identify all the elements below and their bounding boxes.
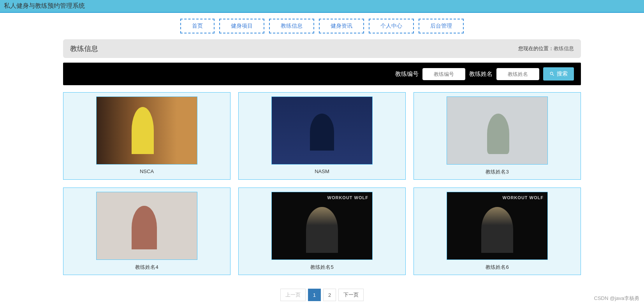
coach-name: 教练姓名5 (243, 264, 401, 271)
coach-image (447, 96, 548, 165)
nav-home[interactable]: 首页 (180, 19, 215, 33)
app-title: 私人健身与教练预约管理系统 (4, 2, 85, 9)
breadcrumb-current: 教练信息 (554, 46, 574, 51)
nav-personal-center[interactable]: 个人中心 (369, 19, 414, 33)
coach-name: 教练姓名6 (418, 264, 577, 271)
coach-card[interactable]: 教练姓名4 (63, 188, 231, 275)
coach-card[interactable]: NSCA (63, 92, 231, 180)
coach-grid: NSCA NASM 教练姓名3 教练姓名4 STRONG 教练姓名5 STRON… (63, 92, 581, 275)
page-title: 教练信息 (70, 44, 98, 53)
coach-id-input[interactable] (422, 68, 465, 80)
coach-card[interactable]: STRONG 教练姓名5 (238, 188, 406, 275)
coach-name-input[interactable] (496, 68, 539, 80)
coach-name: NASM (243, 168, 401, 174)
coach-card[interactable]: 教练姓名3 (413, 92, 581, 180)
coach-image (271, 96, 373, 165)
coach-name: 教练姓名4 (67, 264, 226, 271)
watermark: CSDN @java李杨勇 (594, 295, 640, 302)
page-1-button[interactable]: 1 (308, 289, 321, 301)
coach-card[interactable]: NASM (238, 92, 406, 180)
title-bar: 教练信息 您现在的位置：教练信息 (63, 39, 581, 58)
nav-fitness-projects[interactable]: 健身项目 (219, 19, 264, 33)
search-bar: 教练编号 教练姓名 搜索 (63, 63, 581, 85)
nav-coach-info[interactable]: 教练信息 (269, 19, 314, 33)
page-2-button[interactable]: 2 (323, 289, 336, 301)
search-button-label: 搜索 (557, 70, 568, 77)
nav-admin[interactable]: 后台管理 (419, 19, 464, 33)
app-header: 私人健身与教练预约管理系统 (0, 0, 644, 13)
coach-name: 教练姓名3 (418, 168, 577, 175)
next-page-button[interactable]: 下一页 (338, 289, 364, 301)
coach-name-label: 教练姓名 (469, 70, 493, 78)
breadcrumb: 您现在的位置：教练信息 (518, 45, 574, 52)
search-icon (549, 71, 555, 77)
coach-image (96, 96, 197, 165)
main-nav: 首页 健身项目 教练信息 健身资讯 个人中心 后台管理 (0, 13, 644, 39)
search-button[interactable]: 搜索 (543, 67, 574, 81)
pagination: 上一页 1 2 下一页 (63, 283, 581, 305)
coach-image: STRONG (447, 192, 548, 260)
nav-fitness-news[interactable]: 健身资讯 (319, 19, 364, 33)
coach-image: STRONG (271, 192, 373, 260)
coach-card[interactable]: STRONG 教练姓名6 (413, 188, 581, 275)
coach-name: NSCA (67, 168, 226, 174)
coach-image (96, 192, 197, 260)
prev-page-button[interactable]: 上一页 (280, 289, 306, 301)
breadcrumb-prefix: 您现在的位置： (518, 46, 554, 51)
coach-id-label: 教练编号 (395, 70, 419, 78)
